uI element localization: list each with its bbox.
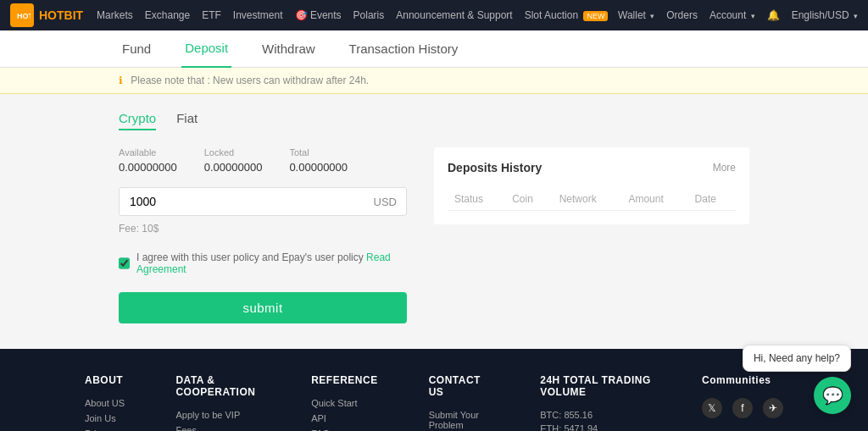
tab-transaction-history[interactable]: Transaction History [346, 30, 462, 68]
events-icon: 🎯 [295, 9, 308, 21]
nav-slot-auction[interactable]: Slot Auction NEW [525, 9, 609, 21]
nav-orders[interactable]: Orders [666, 9, 698, 21]
footer-col-trading: 24H TOTAL TRADING VOLUME BTC: 855.16 ETH… [540, 374, 651, 431]
main-content: Crypto Fiat Available 0.00000000 Locked … [0, 94, 868, 349]
footer-columns: ABOUT About US Join Us Privacy Policy DA… [85, 374, 783, 431]
tab-fund[interactable]: Fund [119, 30, 154, 68]
total-balance: Total 0.00000000 [289, 147, 348, 174]
nav-announcement[interactable]: Announcement & Support [396, 9, 512, 21]
deposits-history-panel: Deposits History More Status Coin Networ… [434, 147, 749, 224]
sub-nav: Fund Deposit Withdraw Transaction Histor… [0, 30, 868, 68]
footer-col-contact: CONTACT US Submit Your Problem [429, 374, 490, 431]
nav-markets[interactable]: Markets [97, 9, 133, 21]
deposits-history-title: Deposits History [448, 161, 542, 174]
amount-input-group: USD [119, 187, 407, 216]
twitter-icon[interactable]: 𝕏 [702, 398, 722, 418]
locked-value: 0.00000000 [204, 161, 263, 174]
wallet-dropdown-icon: ▾ [650, 12, 654, 20]
col-date: Date [688, 188, 736, 211]
logo-icon: HOT [10, 3, 34, 27]
language-dropdown-icon: ▾ [854, 12, 858, 20]
footer-trading-heading: 24H TOTAL TRADING VOLUME [540, 374, 651, 398]
notice-text: Please note that : New users can withdra… [131, 75, 369, 86]
footer-vip[interactable]: Apply to be VIP [175, 410, 260, 420]
available-value: 0.00000000 [119, 161, 177, 174]
available-balance: Available 0.00000000 [119, 147, 177, 174]
footer-fees[interactable]: Fees [175, 425, 260, 431]
chat-bubble: Hi, Need any help? [743, 345, 851, 372]
tab-deposit[interactable]: Deposit [181, 30, 231, 68]
nav-polaris[interactable]: Polaris [353, 9, 385, 21]
col-amount: Amount [621, 188, 687, 211]
footer-about-us[interactable]: About US [85, 398, 125, 408]
deposits-header: Deposits History More [448, 161, 736, 174]
col-network: Network [553, 188, 622, 211]
tab-withdraw[interactable]: Withdraw [259, 30, 319, 68]
footer-data-heading: DATA & COOPERATION [175, 374, 260, 398]
nav-account[interactable]: Account ▾ [709, 9, 755, 21]
currency-suffix: USD [374, 196, 397, 208]
brand-name: HOTBIT [39, 8, 83, 22]
agreement-checkbox[interactable] [119, 257, 130, 269]
footer-col-reference: REFERENCE Quick Start API FAQ [311, 374, 378, 431]
submit-button[interactable]: submit [119, 292, 407, 323]
agreement-label: I agree with this user policy and Epay's… [136, 251, 407, 275]
eth-volume: ETH: 5471.94 [540, 423, 651, 431]
chat-widget: Hi, Need any help? 💬 [743, 345, 851, 414]
account-dropdown-icon: ▾ [751, 12, 755, 20]
col-status: Status [448, 188, 505, 211]
more-link[interactable]: More [713, 162, 736, 174]
nav-etf[interactable]: ETF [202, 9, 221, 21]
footer-quick-start[interactable]: Quick Start [311, 398, 378, 408]
footer-submit-problem[interactable]: Submit Your Problem [429, 410, 490, 430]
chat-button[interactable]: 💬 [814, 377, 851, 414]
footer-col-data: DATA & COOPERATION Apply to be VIP Fees … [175, 374, 260, 431]
svg-text:HOT: HOT [17, 12, 31, 20]
footer-contact-heading: CONTACT US [429, 374, 490, 398]
new-badge: NEW [583, 11, 608, 21]
nav-events[interactable]: 🎯 Events [295, 9, 342, 21]
deposit-form-section: Available 0.00000000 Locked 0.00000000 T… [119, 147, 407, 323]
nav-right: Wallet ▾ Orders Account ▾ 🔔 English/USD … [618, 9, 858, 21]
top-nav: HOT HOTBIT Markets Exchange ETF Investme… [0, 0, 868, 30]
footer-col-about: ABOUT About US Join Us Privacy Policy [85, 374, 125, 431]
total-label: Total [289, 147, 348, 157]
nav-exchange[interactable]: Exchange [145, 9, 190, 21]
chat-icon: 💬 [822, 385, 843, 406]
col-coin: Coin [505, 188, 552, 211]
agreement-row: I agree with this user policy and Epay's… [119, 251, 407, 275]
nav-notification[interactable]: 🔔 [767, 9, 780, 21]
nav-investment[interactable]: Investment [233, 9, 283, 21]
amount-input[interactable] [119, 187, 407, 216]
available-label: Available [119, 147, 177, 157]
btc-volume: BTC: 855.16 [540, 410, 651, 420]
type-tabs: Crypto Fiat [119, 111, 749, 130]
logo[interactable]: HOT HOTBIT [10, 3, 83, 27]
deposits-table: Status Coin Network Amount Date [448, 188, 736, 211]
table-header-row: Status Coin Network Amount Date [448, 188, 736, 211]
content-columns: Available 0.00000000 Locked 0.00000000 T… [119, 147, 749, 323]
footer: ABOUT About US Join Us Privacy Policy DA… [0, 349, 868, 431]
footer-about-heading: ABOUT [85, 374, 125, 386]
locked-balance: Locked 0.00000000 [204, 147, 263, 174]
deposits-history-section: Deposits History More Status Coin Networ… [434, 147, 749, 323]
nav-language[interactable]: English/USD ▾ [792, 9, 858, 21]
deposits-table-head: Status Coin Network Amount Date [448, 188, 736, 211]
nav-wallet[interactable]: Wallet ▾ [618, 9, 654, 21]
total-value: 0.00000000 [289, 161, 348, 174]
footer-reference-heading: REFERENCE [311, 374, 378, 386]
nav-links: Markets Exchange ETF Investment 🎯 Events… [97, 9, 608, 21]
tab-fiat[interactable]: Fiat [176, 111, 198, 130]
footer-api[interactable]: API [311, 413, 378, 423]
balance-row: Available 0.00000000 Locked 0.00000000 T… [119, 147, 407, 174]
tab-crypto[interactable]: Crypto [119, 111, 156, 130]
locked-label: Locked [204, 147, 263, 157]
footer-join-us[interactable]: Join Us [85, 413, 125, 423]
fee-text: Fee: 10$ [119, 223, 407, 235]
notice-bar: ℹ Please note that : New users can withd… [0, 68, 868, 94]
notice-icon: ℹ [119, 75, 123, 86]
nav-left: HOT HOTBIT Markets Exchange ETF Investme… [10, 3, 608, 27]
